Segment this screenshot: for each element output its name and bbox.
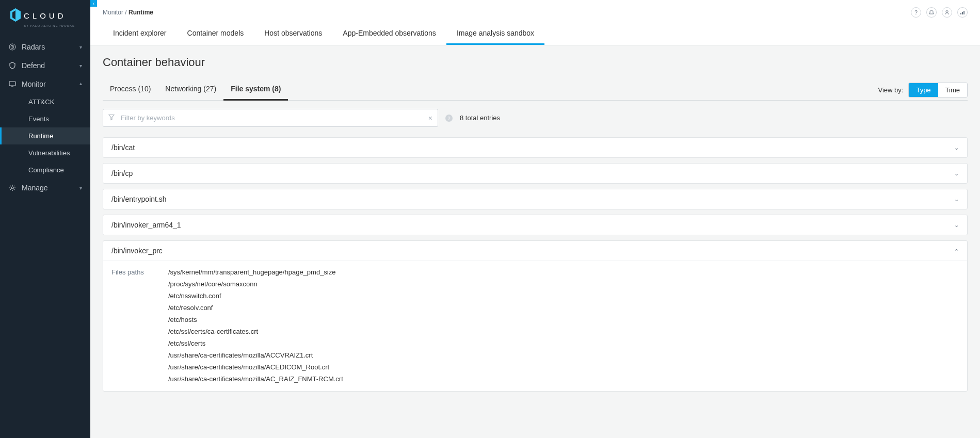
main-area: Monitor / Runtime ? Incident explorer Co…	[90, 0, 980, 438]
entries-list: /bin/cat⌄/bin/cp⌄/bin/entrypoint.sh⌄/bin…	[103, 137, 968, 392]
filter-input[interactable]	[103, 109, 438, 127]
entry-name: /bin/cp	[111, 169, 133, 177]
sidebar: ‹ CLOUD BY PALO ALTO NETWORKS Radars ▾ D…	[0, 0, 90, 438]
total-entries: 8 total entries	[460, 114, 500, 122]
svg-point-2	[12, 46, 13, 47]
help-dot-icon[interactable]: ?	[445, 115, 453, 122]
brand-subtitle: BY PALO ALTO NETWORKS	[24, 24, 80, 27]
entry-accordion: /bin/cat⌄	[103, 137, 968, 158]
files-paths-list: /sys/kernel/mm/transparent_hugepage/hpag…	[168, 268, 343, 383]
entry-name: /bin/invoker_prc	[111, 247, 163, 255]
sidebar-item-label: Defend	[22, 61, 45, 70]
shield-icon	[8, 62, 17, 69]
entry-name: /bin/cat	[111, 143, 135, 152]
topbar-icons: ?	[911, 7, 968, 18]
breadcrumb-parent[interactable]: Monitor	[103, 9, 123, 16]
chevron-down-icon: ▾	[79, 63, 82, 69]
brand-block: CLOUD BY PALO ALTO NETWORKS	[0, 0, 90, 34]
gear-icon	[8, 184, 17, 191]
file-path: /etc/hosts	[168, 316, 343, 323]
svg-rect-8	[962, 12, 963, 14]
entry-name: /bin/invoker_arm64_1	[111, 221, 181, 229]
tab-incident-explorer[interactable]: Incident explorer	[103, 24, 177, 45]
sidebar-item-label: Manage	[22, 184, 48, 192]
view-by-control: View by: Type Time	[878, 83, 968, 98]
entry-accordion: /bin/cp⌄	[103, 163, 968, 184]
subtab-networking[interactable]: Networking (27)	[158, 79, 223, 101]
svg-point-6	[946, 11, 948, 13]
sidebar-item-label: Radars	[22, 43, 45, 51]
sidebar-item-defend[interactable]: Defend ▾	[0, 56, 90, 75]
svg-rect-7	[960, 13, 961, 14]
view-by-segment: Type Time	[908, 83, 968, 98]
chevron-down-icon: ▾	[79, 44, 82, 50]
content-scroll[interactable]: Container behaviour Process (10) Network…	[90, 45, 980, 438]
subtabs: Process (10) Networking (27) File system…	[103, 79, 288, 100]
sidebar-subitem-events[interactable]: Events	[0, 110, 90, 127]
entry-header[interactable]: /bin/invoker_prc⌄	[103, 241, 967, 261]
entry-body: Files paths/sys/kernel/mm/transparent_hu…	[103, 261, 967, 391]
entry-header[interactable]: /bin/invoker_arm64_1⌄	[103, 215, 967, 235]
user-icon[interactable]	[942, 7, 952, 18]
sidebar-item-radars[interactable]: Radars ▾	[0, 38, 90, 56]
filter-icon	[108, 114, 115, 122]
subtab-process[interactable]: Process (10)	[103, 79, 158, 101]
entry-header[interactable]: /bin/cat⌄	[103, 138, 967, 157]
entry-accordion: /bin/invoker_prc⌄Files paths/sys/kernel/…	[103, 240, 968, 392]
subtab-file-system[interactable]: File system (8)	[223, 79, 288, 101]
tab-host-observations[interactable]: Host observations	[254, 24, 332, 45]
chevron-down-icon: ⌄	[954, 222, 959, 229]
logo-icon	[10, 8, 21, 23]
chevron-down-icon: ⌄	[954, 170, 959, 177]
help-icon[interactable]: ?	[911, 7, 921, 18]
svg-rect-9	[963, 11, 965, 14]
chevron-up-icon: ▾	[79, 82, 82, 87]
monitor-icon	[8, 80, 17, 88]
chevron-down-icon: ⌄	[954, 144, 959, 151]
sidebar-item-manage[interactable]: Manage ▾	[0, 179, 90, 197]
tab-app-embedded-observations[interactable]: App-Embedded observations	[332, 24, 446, 45]
chevron-left-icon: ‹	[93, 1, 94, 6]
sidebar-subitem-compliance[interactable]: Compliance	[0, 161, 90, 179]
file-path: /etc/ssl/certs/ca-certificates.crt	[168, 328, 343, 335]
sidebar-subitem-runtime[interactable]: Runtime	[0, 127, 90, 144]
chevron-up-icon: ⌄	[954, 248, 959, 254]
view-by-time-button[interactable]: Time	[938, 83, 967, 97]
filter-box: ×	[103, 109, 438, 127]
file-path: /usr/share/ca-certificates/mozilla/AC_RA…	[168, 375, 343, 383]
filter-row: × ? 8 total entries	[103, 109, 968, 127]
sidebar-collapse-button[interactable]: ‹	[90, 0, 97, 7]
sidebar-subitem-attck[interactable]: ATT&CK	[0, 93, 90, 110]
primary-tabs: Incident explorer Container models Host …	[103, 24, 968, 45]
entry-name: /bin/entrypoint.sh	[111, 195, 167, 203]
breadcrumb-separator: /	[125, 9, 126, 16]
svg-rect-3	[9, 82, 15, 86]
files-paths-label: Files paths	[111, 268, 168, 383]
file-path: /proc/sys/net/core/somaxconn	[168, 280, 343, 288]
clear-icon[interactable]: ×	[428, 114, 432, 122]
sidebar-item-label: Monitor	[22, 80, 46, 88]
chevron-down-icon: ⌄	[954, 196, 959, 203]
sidebar-item-monitor[interactable]: Monitor ▾	[0, 75, 90, 93]
tab-image-analysis-sandbox[interactable]: Image analysis sandbox	[446, 24, 544, 45]
sidebar-nav: Radars ▾ Defend ▾ Monitor ▾ ATT&CK Event…	[0, 38, 90, 197]
file-path: /usr/share/ca-certificates/mozilla/ACEDI…	[168, 363, 343, 371]
sidebar-submenu-monitor: ATT&CK Events Runtime Vulnerabilities Co…	[0, 93, 90, 179]
page-title: Container behaviour	[103, 56, 968, 69]
file-path: /usr/share/ca-certificates/mozilla/ACCVR…	[168, 351, 343, 359]
entry-accordion: /bin/entrypoint.sh⌄	[103, 189, 968, 209]
svg-point-5	[11, 187, 13, 189]
view-by-type-button[interactable]: Type	[909, 83, 938, 97]
sidebar-subitem-vulnerabilities[interactable]: Vulnerabilities	[0, 144, 90, 161]
file-path: /sys/kernel/mm/transparent_hugepage/hpag…	[168, 268, 343, 276]
entry-header[interactable]: /bin/entrypoint.sh⌄	[103, 189, 967, 209]
chevron-down-icon: ▾	[79, 185, 82, 191]
brand-name: CLOUD	[24, 11, 67, 20]
bell-icon[interactable]	[926, 7, 937, 18]
tab-container-models[interactable]: Container models	[177, 24, 254, 45]
subtab-row: Process (10) Networking (27) File system…	[103, 79, 968, 101]
chart-icon[interactable]	[957, 7, 968, 18]
file-path: /etc/resolv.conf	[168, 304, 343, 312]
entry-header[interactable]: /bin/cp⌄	[103, 164, 967, 183]
entry-accordion: /bin/invoker_arm64_1⌄	[103, 215, 968, 235]
